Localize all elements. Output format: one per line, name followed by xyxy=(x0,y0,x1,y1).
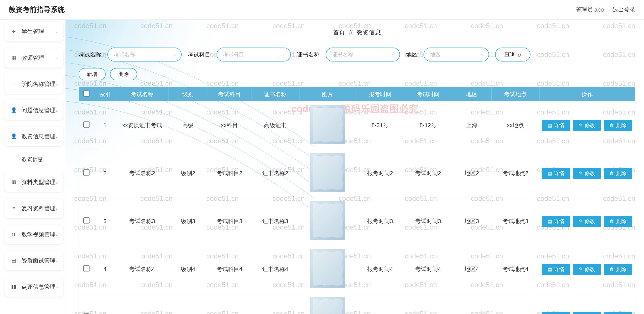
cell-place: xx地点 xyxy=(492,101,540,149)
detail-icon: ▤ xyxy=(548,267,552,272)
sidebar-item[interactable]: ▤资质面试管理⌄ xyxy=(4,251,63,270)
cell-apply-time: 报考时间3 xyxy=(356,197,404,245)
cell-name: xx资质证书考试 xyxy=(116,101,168,149)
cell-area: 地区5 xyxy=(452,293,492,314)
sidebar-item[interactable]: ▮▮点评信息管理⌄ xyxy=(4,277,63,297)
detail-icon: ▤ xyxy=(548,219,552,224)
add-button[interactable]: 新增 xyxy=(78,68,106,80)
table-header: 考试科目 xyxy=(208,87,251,101)
detail-button[interactable]: ▤详情 xyxy=(542,216,570,227)
sidebar-item[interactable]: ≡复习资料管理⌄ xyxy=(4,198,63,218)
thumbnail-image xyxy=(310,153,345,192)
menu-icon: ▦ xyxy=(10,179,18,185)
detail-button[interactable]: ▤详情 xyxy=(542,312,570,314)
col-checkbox xyxy=(79,87,94,101)
cell-index: 1 xyxy=(94,101,116,149)
row-delete-button[interactable]: 🗑删除 xyxy=(604,168,632,179)
cell-index: 5 xyxy=(94,293,116,314)
sidebar-sub-active[interactable]: 教资信息 xyxy=(4,153,63,166)
cell-level: 级别3 xyxy=(168,197,208,245)
cell-cert: 证书名称3 xyxy=(251,197,299,245)
query-button[interactable]: 查询 ⌕ xyxy=(495,47,530,61)
cell-apply-time: 8-31号 xyxy=(356,101,404,149)
sidebar-item[interactable]: ▦教师管理⌄ xyxy=(4,48,63,68)
row-checkbox[interactable] xyxy=(84,121,90,128)
edit-button[interactable]: ✎修改 xyxy=(573,264,601,275)
sidebar-item[interactable]: 👤问题信息管理⌄ xyxy=(4,100,63,120)
trash-icon: 🗑 xyxy=(610,267,614,272)
search-icon: ⌕ xyxy=(173,51,176,57)
table-row: 3 考试名称3 级别3 考试科目3 证书名称3 报考时间3 考试时间3 地区3 … xyxy=(79,197,635,245)
select-all-checkbox[interactable] xyxy=(84,90,90,97)
cell-index: 3 xyxy=(94,197,116,245)
menu-icon: ≡ xyxy=(10,205,18,211)
cell-image xyxy=(299,293,356,314)
filter-input-name[interactable] xyxy=(108,47,182,61)
header: 教资考前指导系统 管理员 abo 退出登录 xyxy=(0,0,644,20)
cell-place: 考试地点3 xyxy=(492,197,540,245)
cell-cert: 高级证书 xyxy=(251,101,299,149)
cell-name: 考试名称3 xyxy=(116,197,168,245)
chevron-down-icon: ⌄ xyxy=(54,133,58,139)
crumb-home[interactable]: 首页 xyxy=(333,29,345,36)
detail-button[interactable]: ▤详情 xyxy=(542,264,570,275)
cell-image xyxy=(299,197,356,245)
table-header: 考试时间 xyxy=(404,87,452,101)
cell-level: 级别5 xyxy=(168,293,208,314)
table-header: 报考时间 xyxy=(356,87,404,101)
row-checkbox[interactable] xyxy=(84,265,90,272)
chevron-down-icon: ⌄ xyxy=(54,258,58,263)
menu-icon: ▤ xyxy=(10,258,18,263)
edit-button[interactable]: ✎修改 xyxy=(573,120,601,131)
filter-label-name: 考试名称 xyxy=(78,51,101,58)
sidebar-item[interactable]: ✈学生管理⌄ xyxy=(4,22,63,41)
row-delete-button[interactable]: 🗑删除 xyxy=(604,120,632,131)
admin-label[interactable]: 管理员 abo xyxy=(576,6,604,13)
edit-button[interactable]: ✎修改 xyxy=(573,168,601,179)
detail-button[interactable]: ▤详情 xyxy=(542,120,570,131)
table-header: 证书名称 xyxy=(251,87,299,101)
cell-exam-time: 考试时间5 xyxy=(404,293,452,314)
cell-cert: 证书名称2 xyxy=(251,149,299,197)
row-delete-button[interactable]: 🗑删除 xyxy=(604,216,632,227)
cell-apply-time: 报考时间4 xyxy=(356,245,404,293)
menu-icon: ▦ xyxy=(10,55,18,61)
row-checkbox[interactable] xyxy=(84,217,90,224)
row-delete-button[interactable]: 🗑删除 xyxy=(604,312,632,314)
menu-icon: ✈ xyxy=(10,29,18,34)
sidebar-item-label: 学生管理 xyxy=(22,28,44,35)
breadcrumb: 首页 // 教资信息 xyxy=(78,20,635,47)
sidebar-item[interactable]: ⫾⫾教学视频管理⌄ xyxy=(4,225,63,244)
detail-icon: ▤ xyxy=(548,123,552,128)
logout-link[interactable]: 退出登录 xyxy=(612,6,635,13)
filter-label-cert: 证书名称 xyxy=(297,51,320,58)
filter-input-subject[interactable] xyxy=(216,47,291,61)
menu-icon: 👤 xyxy=(10,133,18,139)
row-checkbox[interactable] xyxy=(84,169,90,176)
sidebar-item[interactable]: ▦资料类型管理⌄ xyxy=(4,172,63,192)
cell-index: 4 xyxy=(94,245,116,293)
menu-icon: 👤 xyxy=(10,107,18,113)
filter-row: 考试名称 ⌕ 考试科目 ⌕ 证书名称 ⌕ 地区 ⌕ 查询 ⌕ xyxy=(78,47,635,61)
cell-name: 考试名称2 xyxy=(116,149,168,197)
sidebar-item[interactable]: 👤教资信息管理⌄ xyxy=(4,126,63,146)
cell-ops: ▤详情 ✎修改 🗑删除 xyxy=(540,245,635,293)
cell-area: 地区4 xyxy=(452,245,492,293)
sidebar-item-label: 资料类型管理 xyxy=(22,178,56,186)
sidebar-item[interactable]: ≡学院名称管理⌄ xyxy=(4,74,63,94)
search-icon: ⌕ xyxy=(392,51,395,57)
edit-button[interactable]: ✎修改 xyxy=(573,216,601,227)
delete-button[interactable]: 删除 xyxy=(110,68,137,80)
sidebar: ✈学生管理⌄▦教师管理⌄≡学院名称管理⌄👤问题信息管理⌄👤教资信息管理⌄ 教资信… xyxy=(0,20,66,314)
table-header: 考试地点 xyxy=(492,87,540,101)
table-row: 1 xx资质证书考试 高级 xx科目 高级证书 8-31号 8-12号 上海 x… xyxy=(79,101,635,149)
filter-input-area[interactable] xyxy=(424,47,489,61)
edit-button[interactable]: ✎修改 xyxy=(573,312,601,314)
row-delete-button[interactable]: 🗑删除 xyxy=(604,264,632,275)
detail-button[interactable]: ▤详情 xyxy=(542,168,570,179)
action-row: 新增 删除 xyxy=(78,68,635,80)
cell-place: 考试地点4 xyxy=(492,245,540,293)
crumb-current: 教资信息 xyxy=(356,29,381,36)
cell-ops: ▤详情 ✎修改 🗑删除 xyxy=(540,101,635,149)
filter-input-cert[interactable] xyxy=(326,47,400,61)
